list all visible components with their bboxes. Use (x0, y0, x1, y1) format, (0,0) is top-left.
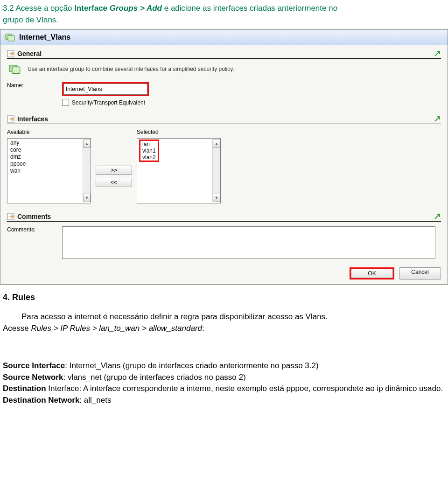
interface-group-icon (5, 33, 15, 42)
cancel-button[interactable]: Cancel (399, 267, 441, 279)
src-if-val: : Internet_Vlans (grupo de interfaces cr… (65, 361, 318, 370)
rules-block: 4. Rules Para acesso a internet é necess… (0, 291, 448, 406)
scroll-down-icon[interactable]: ▼ (83, 194, 91, 202)
rules-colon: : (202, 324, 204, 333)
scroll-down-icon[interactable]: ▼ (213, 194, 220, 202)
interface-group-small-icon (8, 63, 21, 75)
section-general-label: General (17, 50, 42, 57)
name-label: Name: (7, 82, 58, 89)
section-interfaces-header[interactable]: Interfaces (7, 113, 441, 124)
remove-from-selected-button[interactable]: << (96, 178, 132, 187)
list-item[interactable]: any (9, 140, 83, 146)
section-comments: Comments Comments: (0, 208, 448, 264)
intro-txt-c: Groups > Add (110, 4, 162, 13)
intro-txt-d: e adicione as interfaces criadas anterio… (164, 4, 337, 13)
available-column: Available any core dmz pppoe wan ▲ ▼ (7, 129, 91, 203)
rules-acesse: Acesse (3, 324, 29, 333)
scroll-up-icon[interactable]: ▲ (83, 140, 91, 148)
src-if-label: Source Interface (3, 361, 65, 370)
security-equivalent-checkbox[interactable] (62, 99, 69, 106)
scroll-up-icon[interactable]: ▲ (213, 140, 220, 148)
name-row: Name: Security/Transport Equivalent (7, 80, 441, 108)
src-net-label: Source Network (3, 373, 63, 382)
sec-equiv-row: Security/Transport Equivalent (62, 99, 149, 106)
comments-textarea[interactable] (62, 226, 435, 259)
ok-button[interactable]: OK (351, 269, 393, 278)
available-listbox[interactable]: any core dmz pppoe wan ▲ ▼ (7, 138, 91, 203)
collapse-icon[interactable] (434, 115, 441, 123)
section-general: General Use an interface group to combin… (0, 45, 448, 111)
list-item[interactable]: pppoe (9, 161, 83, 167)
scrollbar[interactable]: ▲ ▼ (212, 140, 220, 202)
intro-txt-a: Acesse a opção (15, 4, 72, 13)
list-item[interactable]: vlan1 (141, 147, 157, 154)
selected-listbox[interactable]: lan vlan1 vlan2 ▲ ▼ (137, 138, 221, 203)
section-interfaces: Interfaces Available any core dmz pppoe … (0, 111, 448, 208)
selected-column: Selected lan vlan1 vlan2 ▲ ▼ (137, 129, 221, 203)
selected-label: Selected (137, 129, 221, 135)
intro-txt-l2: grupo de Vlans. (3, 15, 58, 24)
interface-group-dialog: Internet_Vlans General Use (0, 29, 448, 285)
intro-num: 3.2 (3, 4, 14, 13)
dst-if-val: Interface: A interface correspondente a … (46, 384, 443, 393)
dialog-titlebar: Internet_Vlans (0, 30, 448, 45)
intro-paragraph: 3.2 Acesse a opção Interface Groups > Ad… (0, 0, 448, 27)
section-general-header[interactable]: General (7, 48, 441, 59)
available-label: Available (7, 129, 91, 135)
dst-net-val: : all_nets (79, 396, 111, 405)
collapse-icon[interactable] (434, 50, 441, 57)
name-input[interactable] (63, 84, 147, 95)
expand-section-icon (7, 50, 14, 57)
rules-para1: Para acesso a internet é necessário defi… (21, 311, 445, 323)
section-general-desc: Use an interface group to combine severa… (28, 66, 234, 72)
dst-net-label: Destination Network (3, 396, 79, 405)
section-comments-label: Comments (17, 213, 51, 220)
src-net-val: : vlans_net (grupo de interfaces criados… (63, 373, 245, 382)
selected-highlight: lan vlan1 vlan2 (139, 140, 159, 162)
dst-if-label: Destination (3, 384, 46, 393)
svg-rect-1 (8, 35, 14, 41)
sec-equiv-label: Security/Transport Equivalent (72, 99, 145, 106)
comments-label: Comments: (7, 226, 58, 233)
list-item[interactable]: dmz (9, 154, 83, 160)
section-desc-row: Use an interface group to combine severa… (7, 63, 441, 76)
list-item[interactable]: wan (9, 168, 83, 174)
dialog-title: Internet_Vlans (19, 33, 70, 42)
expand-section-icon (7, 115, 14, 123)
section-comments-header[interactable]: Comments (7, 211, 441, 222)
intro-txt-b: Interface (74, 4, 107, 13)
list-item[interactable]: vlan2 (141, 154, 157, 161)
expand-section-icon (7, 213, 14, 220)
add-to-selected-button[interactable]: >> (96, 166, 132, 175)
svg-rect-4 (12, 67, 20, 73)
list-item[interactable]: lan (141, 141, 151, 147)
list-item[interactable]: core (9, 147, 83, 153)
collapse-icon[interactable] (434, 213, 441, 220)
section-interfaces-label: Interfaces (17, 115, 48, 123)
scrollbar[interactable]: ▲ ▼ (83, 140, 91, 202)
rules-path: Rules > IP Rules > lan_to_wan > allow_st… (31, 324, 202, 333)
dialog-footer: OK Cancel (0, 264, 448, 284)
rules-heading: 4. Rules (3, 293, 35, 302)
